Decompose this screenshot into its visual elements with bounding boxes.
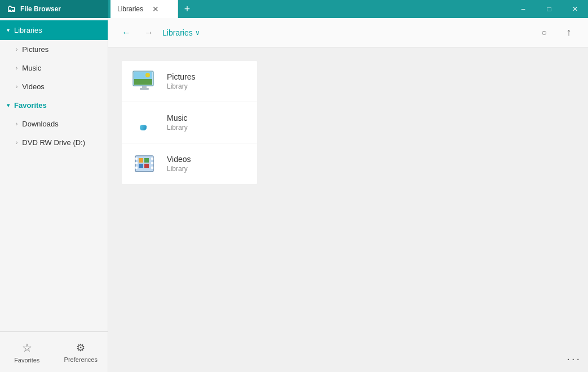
star-icon: ☆: [22, 341, 32, 355]
sidebar-item-libraries[interactable]: ▾ Libraries: [0, 20, 108, 40]
breadcrumb-label: Libraries: [162, 28, 193, 37]
minimize-button[interactable]: –: [510, 0, 536, 18]
sidebar-item-music[interactable]: › Music: [0, 59, 108, 77]
forward-button[interactable]: →: [140, 24, 158, 42]
sidebar-dvd-label: DVD RW Drive (D:): [22, 138, 85, 147]
svg-rect-10: [135, 167, 138, 169]
up-button[interactable]: ↑: [559, 23, 579, 43]
back-button[interactable]: ←: [117, 24, 135, 42]
search-button[interactable]: ○: [534, 23, 554, 43]
library-item-pictures[interactable]: Pictures Library: [122, 61, 257, 102]
window-controls: – □ ✕: [510, 0, 588, 18]
videos-type: Library: [167, 165, 191, 173]
search-icon: ○: [541, 28, 547, 38]
pictures-name: Pictures: [167, 72, 196, 81]
svg-rect-3: [134, 79, 152, 85]
tabs-area: Libraries ✕ +: [108, 0, 510, 18]
sidebar-downloads-label: Downloads: [22, 120, 58, 128]
library-items-list: Pictures Library: [122, 61, 257, 184]
svg-rect-5: [142, 86, 147, 88]
svg-rect-11: [151, 157, 153, 160]
music-info: Music Library: [167, 113, 188, 132]
folder-icon: 🗂: [7, 4, 16, 14]
svg-rect-8: [135, 157, 138, 160]
tab-close-button[interactable]: ✕: [152, 5, 159, 13]
nav-right-controls: ○ ↑: [534, 23, 579, 43]
active-tab[interactable]: Libraries ✕: [110, 0, 178, 18]
sidebar: ▾ Libraries › Pictures › Music › Videos …: [0, 18, 108, 372]
up-icon: ↑: [567, 27, 572, 38]
new-tab-button[interactable]: +: [178, 0, 196, 18]
breadcrumb[interactable]: Libraries ∨: [162, 28, 200, 37]
videos-name: Videos: [167, 155, 191, 164]
music-type: Library: [167, 124, 188, 132]
svg-rect-12: [151, 162, 153, 164]
svg-rect-14: [139, 158, 143, 163]
chevron-down-icon: ▾: [7, 27, 10, 33]
sidebar-item-downloads[interactable]: › Downloads: [0, 115, 108, 133]
svg-rect-17: [144, 164, 149, 168]
svg-rect-9: [135, 162, 138, 164]
music-name: Music: [167, 113, 188, 122]
chevron-down-icon: ▾: [7, 102, 10, 108]
sidebar-item-pictures[interactable]: › Pictures: [0, 40, 108, 59]
tab-label: Libraries: [117, 5, 143, 13]
preferences-bottom-label: Preferences: [64, 356, 98, 363]
svg-rect-13: [151, 167, 153, 169]
pictures-type: Library: [167, 82, 196, 90]
sidebar-libraries-label: Libraries: [14, 26, 42, 34]
sidebar-favorites-label: Favorites: [14, 101, 47, 110]
gear-icon: ⚙: [76, 342, 85, 354]
pictures-icon: [131, 68, 158, 95]
svg-rect-16: [144, 158, 149, 163]
main-area: ▾ Libraries › Pictures › Music › Videos …: [0, 18, 588, 372]
dots-menu-button[interactable]: ···: [567, 352, 581, 365]
pictures-info: Pictures Library: [167, 72, 196, 90]
favorites-bottom-label: Favorites: [14, 357, 39, 364]
sidebar-bottom: ☆ Favorites ⚙ Preferences: [0, 331, 108, 372]
library-item-music[interactable]: Music Library: [122, 102, 257, 143]
videos-info: Videos Library: [167, 155, 191, 173]
sidebar-nav: ▾ Libraries › Pictures › Music › Videos …: [0, 18, 108, 331]
app-title-area: 🗂 File Browser: [0, 0, 108, 18]
app-title: File Browser: [20, 5, 61, 13]
title-bar: 🗂 File Browser Libraries ✕ + – □ ✕: [0, 0, 588, 18]
chevron-right-icon: ›: [16, 121, 17, 127]
videos-icon: [131, 150, 158, 177]
svg-point-4: [145, 73, 150, 77]
library-item-videos[interactable]: Videos Library: [122, 143, 257, 184]
sidebar-pictures-label: Pictures: [22, 45, 48, 54]
nav-bar: ← → Libraries ∨ ○ ↑: [108, 18, 588, 47]
chevron-right-icon: ›: [16, 46, 17, 52]
svg-rect-6: [140, 88, 149, 90]
maximize-button[interactable]: □: [536, 0, 562, 18]
sidebar-item-favorites[interactable]: ▾ Favorites: [0, 96, 108, 115]
breadcrumb-dropdown-icon: ∨: [195, 29, 200, 37]
sidebar-item-dvd[interactable]: › DVD RW Drive (D:): [0, 133, 108, 152]
close-button[interactable]: ✕: [562, 0, 588, 18]
favorites-bottom-button[interactable]: ☆ Favorites: [0, 332, 54, 372]
content-area: ← → Libraries ∨ ○ ↑: [108, 18, 588, 372]
chevron-right-icon: ›: [16, 139, 17, 146]
svg-rect-15: [139, 164, 143, 168]
chevron-right-icon: ›: [16, 65, 17, 71]
library-content: Pictures Library: [108, 47, 588, 372]
sidebar-item-videos[interactable]: › Videos: [0, 77, 108, 96]
sidebar-music-label: Music: [22, 64, 41, 72]
preferences-bottom-button[interactable]: ⚙ Preferences: [54, 332, 108, 372]
music-icon: [131, 109, 158, 136]
sidebar-videos-label: Videos: [22, 82, 45, 91]
chevron-right-icon: ›: [16, 84, 17, 90]
